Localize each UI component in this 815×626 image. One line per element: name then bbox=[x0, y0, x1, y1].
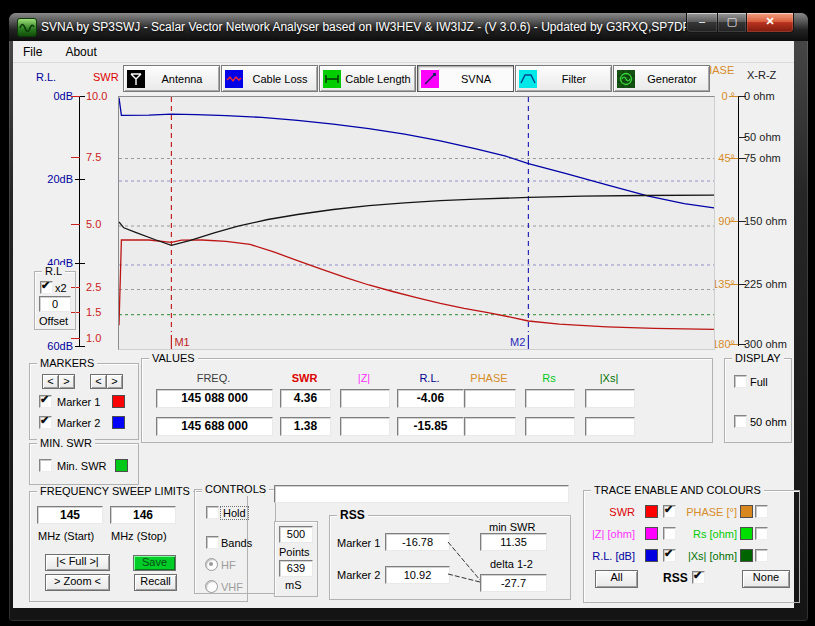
trace-rss-checkbox[interactable] bbox=[692, 571, 705, 584]
rss-marker2-value[interactable]: 10.92 bbox=[385, 566, 450, 584]
toolbar-button-generator[interactable]: Generator bbox=[613, 65, 710, 92]
maximize-button[interactable]: ▢ bbox=[718, 13, 746, 33]
command-field[interactable] bbox=[274, 485, 569, 503]
trace-checkbox-right-2[interactable] bbox=[755, 549, 768, 562]
trace-swatch-left-1[interactable] bbox=[645, 527, 658, 540]
marker1-color-swatch[interactable] bbox=[112, 395, 125, 408]
toolbar: AntennaCable LossCable LengthSVNAFilterG… bbox=[123, 65, 711, 92]
sweep-stop-input[interactable]: 146 bbox=[110, 506, 176, 524]
offset-input[interactable]: 0 bbox=[39, 296, 71, 312]
display-full-checkbox[interactable] bbox=[734, 375, 747, 388]
trace-all-button[interactable]: All bbox=[595, 570, 638, 588]
ms-input[interactable]: 639 bbox=[279, 560, 313, 577]
svna-icon bbox=[421, 70, 439, 88]
toolbar-button-svna[interactable]: SVNA bbox=[417, 65, 514, 92]
marker1-label: Marker 1 bbox=[57, 396, 100, 408]
window-title: SVNA by SP3SWJ - Scalar Vector Network A… bbox=[41, 13, 688, 41]
vhf-label: VHF bbox=[221, 581, 243, 593]
values-header-2: |Z| bbox=[340, 372, 388, 384]
toolbar-button-cable-loss[interactable]: Cable Loss bbox=[221, 65, 318, 92]
values-cell-row2-col4[interactable]: -15.85 bbox=[397, 417, 464, 436]
trace-none-button[interactable]: None bbox=[742, 570, 790, 588]
trace-swatch-right-0[interactable] bbox=[740, 505, 753, 518]
toolbar-button-cable-length[interactable]: Cable Length bbox=[319, 65, 416, 92]
bands-label: Bands bbox=[221, 537, 252, 549]
values-cell-row1-col2[interactable]: 4.36 bbox=[280, 389, 331, 408]
marker1-right-button[interactable]: > bbox=[58, 374, 75, 389]
sweep-title: FREQUENCY SWEEP LIMITS bbox=[37, 485, 193, 498]
marker1-checkbox[interactable] bbox=[39, 395, 52, 408]
trace-swatch-left-0[interactable] bbox=[645, 505, 658, 518]
min-swr-label: Min. SWR bbox=[57, 460, 107, 472]
values-cell-row2-col6[interactable] bbox=[525, 417, 575, 436]
trace-swatch-right-1[interactable] bbox=[740, 527, 753, 540]
rss-marker1-value[interactable]: -16.78 bbox=[385, 533, 450, 551]
titlebar[interactable]: SVNA by SP3SWJ - Scalar Vector Network A… bbox=[9, 13, 808, 41]
sweep-start-label: MHz (Start) bbox=[38, 530, 94, 542]
values-cell-row2-col1[interactable]: 145 688 000 bbox=[156, 417, 273, 436]
trace-checkbox-left-1[interactable] bbox=[663, 527, 676, 540]
right-axis-ohm-label: 300 ohm bbox=[744, 339, 794, 350]
min-swr-color-swatch[interactable] bbox=[115, 459, 128, 472]
trace-checkbox-left-2[interactable] bbox=[663, 549, 676, 562]
rss-group: RSS Marker 1 -16.78 min SWR 11.35 Marker… bbox=[329, 515, 571, 600]
rss-delta-value[interactable]: -27.7 bbox=[480, 574, 547, 592]
app-icon bbox=[17, 18, 37, 37]
marker2-checkbox[interactable] bbox=[39, 416, 52, 429]
trace-checkbox-right-1[interactable] bbox=[755, 527, 768, 540]
trace-swatch-right-2[interactable] bbox=[740, 549, 753, 562]
marker-label-M1: M1 bbox=[174, 336, 189, 348]
markers-title: MARKERS bbox=[37, 357, 97, 370]
values-cell-row1-col5[interactable] bbox=[464, 389, 516, 408]
toolbar-button-filter[interactable]: Filter bbox=[515, 65, 612, 92]
values-cell-row1-col3[interactable] bbox=[340, 389, 390, 408]
trace-checkbox-left-0[interactable] bbox=[663, 505, 676, 518]
recall-button[interactable]: Recall bbox=[134, 574, 177, 591]
axis-tick bbox=[71, 96, 80, 97]
points-input[interactable]: 500 bbox=[279, 526, 313, 543]
values-cell-row1-col6[interactable] bbox=[525, 389, 575, 408]
sweep-start-input[interactable]: 145 bbox=[37, 506, 103, 524]
save-button[interactable]: Save bbox=[133, 555, 176, 571]
chart-plot[interactable]: M1M2 bbox=[118, 96, 715, 350]
values-cell-row2-col2[interactable]: 1.38 bbox=[280, 417, 331, 436]
hold-checkbox[interactable] bbox=[206, 506, 219, 519]
controls-title: CONTROLS bbox=[202, 483, 269, 496]
display-full-label: Full bbox=[750, 376, 768, 388]
trace-swatch-left-2[interactable] bbox=[645, 549, 658, 562]
display-50ohm-checkbox[interactable] bbox=[734, 415, 747, 428]
vhf-radio[interactable] bbox=[205, 580, 218, 593]
toolbar-button-antenna[interactable]: Antenna bbox=[123, 65, 220, 92]
marker2-left-button[interactable]: < bbox=[90, 374, 107, 389]
hf-radio[interactable] bbox=[205, 558, 218, 571]
full-span-button[interactable]: |< Full >| bbox=[45, 554, 110, 571]
bands-checkbox[interactable] bbox=[206, 536, 219, 549]
x2-checkbox[interactable] bbox=[40, 281, 53, 294]
left-axis-db-label: 0dB bbox=[29, 91, 73, 102]
values-cell-row2-col7[interactable] bbox=[585, 417, 635, 436]
x2-label: x2 bbox=[55, 282, 67, 294]
menu-about[interactable]: About bbox=[55, 41, 106, 59]
values-cell-row2-col3[interactable] bbox=[340, 417, 390, 436]
axis-tick bbox=[75, 263, 85, 264]
values-cell-row2-col5[interactable] bbox=[464, 417, 516, 436]
rss-min-swr-value[interactable]: 11.35 bbox=[480, 533, 547, 551]
menu-file[interactable]: File bbox=[13, 41, 52, 59]
trace-swr bbox=[119, 240, 714, 329]
min-swr-checkbox[interactable] bbox=[39, 459, 52, 472]
min-swr-group: MIN. SWR Min. SWR bbox=[29, 443, 139, 485]
values-cell-row1-col1[interactable]: 145 088 000 bbox=[156, 389, 273, 408]
values-cell-row1-col4[interactable]: -4.06 bbox=[397, 389, 464, 408]
zoom-button[interactable]: > Zoom < bbox=[45, 574, 110, 591]
trace-checkbox-right-0[interactable] bbox=[755, 505, 768, 518]
close-button[interactable]: ✕ bbox=[746, 13, 794, 33]
marker1-left-button[interactable]: < bbox=[42, 374, 59, 389]
menubar: File About bbox=[13, 41, 794, 63]
marker2-right-button[interactable]: > bbox=[106, 374, 123, 389]
minimize-button[interactable]: – bbox=[686, 13, 718, 33]
trace-label-right-1: Rs [ohm] bbox=[680, 528, 737, 540]
values-group: VALUES FREQ.SWR|Z|R.L.PHASERs|Xs|145 088… bbox=[141, 358, 713, 443]
app-window: SVNA by SP3SWJ - Scalar Vector Network A… bbox=[8, 12, 809, 622]
values-cell-row1-col7[interactable] bbox=[585, 389, 635, 408]
marker2-color-swatch[interactable] bbox=[112, 416, 125, 429]
